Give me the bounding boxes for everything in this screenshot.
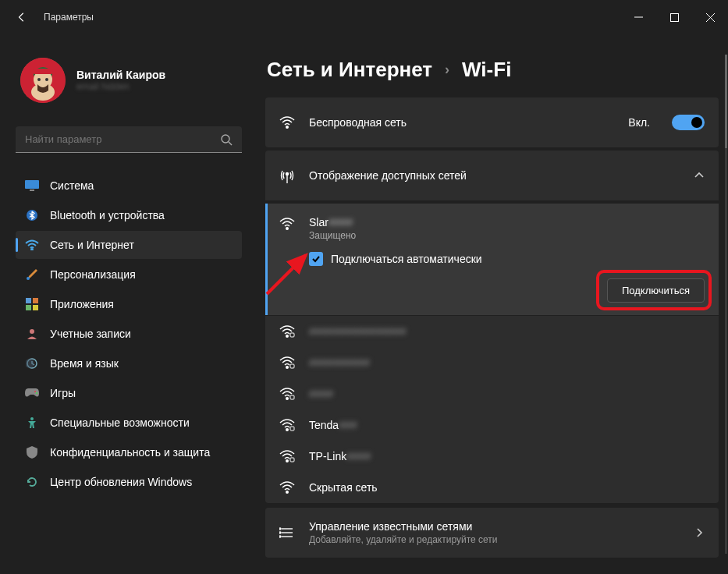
network-item[interactable]: ################ <box>265 316 719 347</box>
bluetooth-icon <box>25 208 39 222</box>
network-list: ################ ########## #### Tenda##… <box>265 316 719 503</box>
user-block[interactable]: Виталий Каиров email hidden <box>16 34 242 112</box>
nav-label: Специальные возможности <box>50 416 190 429</box>
check-icon <box>311 254 321 264</box>
wifi-icon <box>279 419 295 431</box>
nav-accessibility[interactable]: Специальные возможности <box>16 409 242 437</box>
nav-label: Система <box>50 179 94 192</box>
svg-point-27 <box>286 126 288 128</box>
svg-rect-7 <box>33 69 53 74</box>
wifi-icon <box>279 356 295 369</box>
svg-rect-18 <box>33 298 38 303</box>
available-label: Отображение доступных сетей <box>309 169 467 182</box>
maximize-button[interactable] <box>656 5 692 30</box>
svg-rect-40 <box>290 458 294 462</box>
network-name: Slar#### <box>309 216 356 229</box>
nav-network[interactable]: Сеть и Интернет <box>16 231 242 259</box>
wifi-icon <box>279 218 295 230</box>
arrow-left-icon <box>16 12 27 23</box>
sidebar: Виталий Каиров email hidden Система Blue… <box>16 34 242 565</box>
search-input[interactable] <box>25 133 220 145</box>
svg-rect-36 <box>290 395 294 399</box>
available-networks-header[interactable]: Отображение доступных сетей <box>265 151 719 200</box>
network-item[interactable]: TP-Link#### <box>265 441 719 472</box>
network-item[interactable]: #### <box>265 378 719 409</box>
nav-personalization[interactable]: Персонализация <box>16 260 242 289</box>
wireless-panel[interactable]: Беспроводная сеть Вкл. <box>265 97 719 147</box>
nav-label: Учетные записи <box>50 328 131 340</box>
svg-point-24 <box>34 391 36 392</box>
manage-networks[interactable]: Управление известными сетями Добавляйте,… <box>265 508 719 558</box>
nav-gaming[interactable]: Игры <box>16 379 242 407</box>
wireless-toggle[interactable] <box>672 115 705 130</box>
svg-point-15 <box>31 249 33 250</box>
nav-time[interactable]: Время и язык <box>16 349 242 377</box>
chevron-right-icon: › <box>445 62 449 78</box>
svg-point-33 <box>286 367 288 368</box>
nav: Система Bluetooth и устройства Сеть и Ин… <box>16 172 242 496</box>
user-name: Виталий Каиров <box>76 69 165 81</box>
search-icon <box>220 133 233 146</box>
svg-point-41 <box>286 491 288 493</box>
wireless-label: Беспроводная сеть <box>309 116 407 129</box>
svg-point-9 <box>45 78 48 81</box>
auto-connect-checkbox[interactable] <box>309 252 323 266</box>
breadcrumb-parent[interactable]: Сеть и Интернет <box>267 58 432 82</box>
nav-system[interactable]: Система <box>16 172 242 200</box>
network-item[interactable]: Скрытая сеть <box>265 472 719 503</box>
shield-icon <box>25 445 39 459</box>
wifi-icon <box>279 388 295 400</box>
svg-rect-1 <box>670 13 678 21</box>
selected-network[interactable]: Slar#### Защищено Подключаться автоматич… <box>265 204 719 315</box>
svg-line-11 <box>229 142 232 145</box>
svg-point-10 <box>222 135 229 143</box>
manage-title: Управление известными сетями <box>309 520 498 533</box>
svg-point-46 <box>279 532 281 533</box>
chevron-right-icon <box>694 527 705 538</box>
wifi-icon <box>279 450 295 462</box>
chevron-up-icon <box>694 170 705 181</box>
wifi-icon <box>279 481 295 494</box>
nav-bluetooth[interactable]: Bluetooth и устройства <box>16 201 242 229</box>
svg-point-21 <box>30 329 34 334</box>
svg-point-8 <box>37 78 41 81</box>
accessibility-icon <box>25 416 39 430</box>
breadcrumb-current: Wi-Fi <box>462 58 511 82</box>
nav-label: Время и язык <box>50 357 119 370</box>
nav-accounts[interactable]: Учетные записи <box>16 320 242 348</box>
svg-point-31 <box>286 335 288 337</box>
svg-point-47 <box>279 536 281 537</box>
nav-update[interactable]: Центр обновления Windows <box>16 468 242 496</box>
clock-icon <box>25 356 39 370</box>
network-item[interactable]: ########## <box>265 347 719 378</box>
titlebar: Параметры <box>0 0 728 34</box>
svg-rect-12 <box>25 180 39 189</box>
scrollbar[interactable] <box>725 55 727 554</box>
main: Сеть и Интернет › Wi-Fi Беспроводная сет… <box>265 34 719 565</box>
connect-button[interactable]: Подключиться <box>607 278 705 303</box>
svg-point-35 <box>286 398 288 399</box>
search-box[interactable] <box>16 126 242 153</box>
svg-rect-38 <box>290 427 294 430</box>
wifi-icon <box>25 238 39 252</box>
nav-label: Приложения <box>50 298 114 310</box>
svg-point-23 <box>26 359 34 368</box>
svg-point-45 <box>279 528 281 530</box>
svg-point-29 <box>286 173 289 175</box>
network-item[interactable]: Tenda### <box>265 409 719 441</box>
wifi-icon <box>279 116 295 129</box>
minimize-button[interactable] <box>620 5 656 30</box>
manage-sub: Добавляйте, удаляйте и редактируйте сети <box>309 534 498 545</box>
nav-privacy[interactable]: Конфиденциальность и защита <box>16 438 242 466</box>
nav-apps[interactable]: Приложения <box>16 290 242 318</box>
list-icon <box>279 526 295 539</box>
nav-label: Центр обновления Windows <box>50 476 192 488</box>
svg-point-26 <box>30 417 34 420</box>
close-button[interactable] <box>692 5 728 30</box>
svg-point-25 <box>36 392 37 394</box>
monitor-icon <box>25 179 39 193</box>
back-button[interactable] <box>9 5 34 30</box>
nav-label: Сеть и Интернет <box>50 239 134 251</box>
svg-rect-17 <box>26 298 31 303</box>
apps-icon <box>25 297 39 311</box>
